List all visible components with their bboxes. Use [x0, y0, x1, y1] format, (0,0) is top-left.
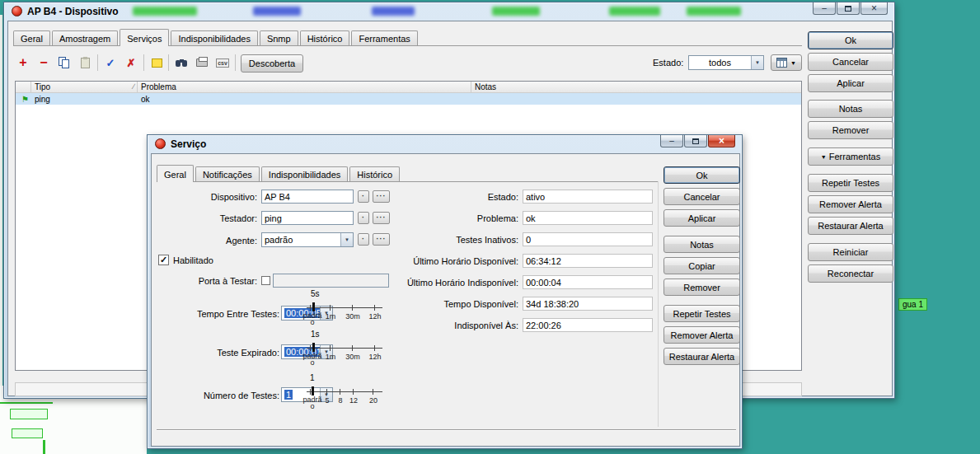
maximize-icon: [692, 138, 699, 144]
export-csv-button[interactable]: csv: [213, 54, 232, 72]
repetir-testes-button[interactable]: Repetir Testes: [808, 174, 893, 192]
notas-column-header[interactable]: Notas: [471, 82, 801, 92]
tipo-column-header[interactable]: Tipo∕: [31, 82, 138, 92]
ferramentas-button[interactable]: ▼ Ferramentas: [808, 147, 893, 166]
teste-expirado-slider[interactable]: 1s padrão 1m 30m 12h: [305, 330, 389, 367]
main-window-titlebar[interactable]: AP B4 - Dispositivo – ×: [4, 2, 894, 21]
slider-handle[interactable]: [312, 386, 314, 395]
ok-button[interactable]: Ok: [808, 31, 893, 49]
tab-indisponibilidades[interactable]: Indisponibilidades: [171, 30, 257, 45]
map-node-label[interactable]: gua 1: [898, 298, 927, 311]
habilitado-checkbox[interactable]: ✓: [158, 255, 169, 265]
toolbar-separator: [97, 54, 98, 71]
tab-geral[interactable]: Geral: [13, 30, 50, 45]
cell-problema: ok: [138, 95, 471, 104]
slider-tick: [310, 389, 311, 395]
desktop: gua 1 AP B4 - Dispositivo – × Geral Amos…: [0, 0, 980, 454]
slider-tick-label: 20: [369, 396, 377, 405]
toolbar-separator: [143, 54, 144, 71]
app-icon: [12, 6, 22, 16]
tab-notificacoes[interactable]: Notificações: [195, 166, 260, 181]
minimize-button[interactable]: –: [813, 2, 836, 15]
cancel-button[interactable]: Cancelar: [663, 188, 740, 205]
print-button[interactable]: [192, 54, 212, 72]
porta-checkbox[interactable]: [261, 276, 270, 285]
agente-label: Agente:: [152, 236, 257, 246]
remover-button[interactable]: Remover: [808, 121, 893, 139]
restaurar-alerta-button[interactable]: Restaurar Alerta: [663, 348, 740, 365]
slider-tick-label: 30m: [345, 312, 360, 321]
apply-button[interactable]: Aplicar: [663, 209, 740, 227]
tab-servicos[interactable]: Serviços: [120, 29, 169, 46]
cancel-button[interactable]: Cancelar: [808, 53, 893, 71]
ack-button[interactable]: ✓: [101, 54, 120, 72]
table-row[interactable]: ⚑ ping ok: [16, 93, 801, 105]
info-problema-label: Problema:: [317, 213, 518, 223]
dispositivo-label: Dispositivo:: [152, 192, 257, 202]
estado-label: Estado:: [653, 58, 683, 68]
tab-ferramentas[interactable]: Ferramentas: [351, 30, 417, 45]
tab-geral[interactable]: Geral: [157, 165, 194, 182]
find-button[interactable]: [171, 54, 191, 72]
problema-column-header[interactable]: Problema: [138, 82, 471, 92]
habilitado-label: Habilitado: [173, 255, 213, 265]
slider-tick: [326, 389, 327, 395]
tab-indisponibilidades[interactable]: Indisponibilidades: [261, 166, 348, 181]
minimize-button[interactable]: –: [660, 135, 683, 147]
remover-alerta-button[interactable]: Remover Alerta: [808, 195, 893, 213]
slider-tick: [340, 389, 340, 395]
map-label-blur: [372, 7, 415, 16]
remover-button[interactable]: Remover: [663, 278, 740, 296]
close-button[interactable]: ×: [860, 2, 888, 15]
ok-button[interactable]: Ok: [663, 166, 740, 184]
info-ultimo-disponivel-value: 06:34:12: [523, 254, 653, 268]
info-testes-inativos-label: Testes Inativos:: [317, 235, 518, 245]
notas-button[interactable]: Notas: [808, 100, 893, 118]
tab-amostragem[interactable]: Amostragem: [52, 30, 118, 45]
map-node[interactable]: [12, 428, 43, 438]
slider-tick-label: 1m: [326, 353, 336, 361]
copy-icon: [59, 57, 70, 68]
slider-tick: [352, 345, 353, 351]
copiar-button[interactable]: Copiar: [663, 257, 740, 274]
estado-filter-combo[interactable]: todos ▼: [688, 55, 764, 70]
remover-alerta-button[interactable]: Remover Alerta: [663, 326, 740, 344]
restaurar-alerta-button[interactable]: Restaurar Alerta: [808, 217, 893, 235]
tab-historico[interactable]: Histórico: [349, 166, 400, 181]
add-service-button[interactable]: +: [13, 54, 33, 72]
slider-tick-label: 12h: [368, 312, 381, 321]
notes-button[interactable]: [147, 54, 166, 72]
tab-snmp[interactable]: Snmp: [260, 30, 298, 45]
icon-column-header[interactable]: [16, 82, 31, 92]
slider-value: 1: [310, 373, 315, 382]
repetir-testes-button[interactable]: Repetir Testes: [663, 305, 740, 322]
apply-button[interactable]: Aplicar: [808, 74, 893, 92]
maximize-button[interactable]: [837, 2, 860, 15]
notas-button[interactable]: Notas: [663, 236, 740, 253]
copy-button[interactable]: [54, 54, 74, 72]
descoberta-button[interactable]: Descoberta: [241, 54, 303, 73]
chevron-down-icon[interactable]: ▼: [751, 56, 763, 69]
column-label: Tipo: [35, 82, 50, 91]
porta-label: Porta à Testar:: [152, 276, 257, 286]
numero-de-testes-slider[interactable]: 1 padrão 5 8 12 20: [305, 373, 389, 411]
reconectar-button[interactable]: Reconectar: [808, 264, 893, 283]
slider-handle[interactable]: [312, 343, 315, 352]
dialog-title: Serviço: [171, 138, 206, 150]
map-node[interactable]: [10, 409, 48, 419]
column-picker-button[interactable]: ▼: [771, 54, 802, 71]
paste-button[interactable]: [75, 54, 95, 72]
dialog-titlebar[interactable]: Serviço – ×: [148, 135, 742, 153]
maximize-button[interactable]: [684, 135, 707, 147]
tab-strip-line: [157, 181, 658, 182]
unack-button[interactable]: ✗: [121, 54, 141, 72]
tab-historico[interactable]: Histórico: [300, 30, 350, 45]
close-button[interactable]: ×: [708, 135, 735, 147]
slider-handle[interactable]: [312, 302, 315, 311]
slider-tick-label: padrão: [302, 353, 323, 366]
sort-icon: ∕: [133, 82, 134, 91]
reiniciar-button[interactable]: Reiniciar: [808, 243, 893, 261]
slider-tick: [374, 345, 375, 351]
remove-service-button[interactable]: −: [34, 54, 54, 72]
service-dialog: Serviço – × Geral Notificações Indisponi…: [147, 134, 743, 449]
